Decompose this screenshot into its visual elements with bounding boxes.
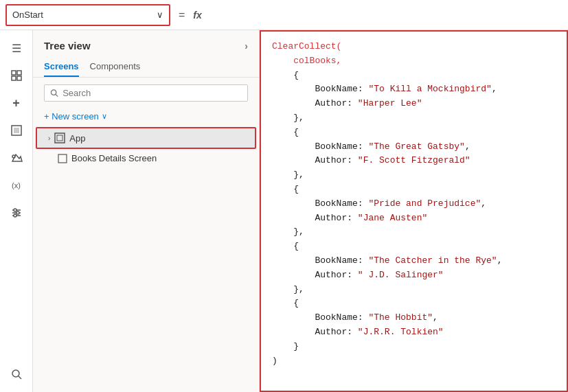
code-line: { [272, 126, 556, 140]
plus-icon[interactable]: + [4, 91, 29, 115]
svg-rect-19 [58, 154, 67, 163]
search-input[interactable] [63, 88, 242, 98]
code-line: ClearCollect( [272, 40, 556, 54]
svg-point-10 [14, 209, 16, 211]
main-layout: ☰ + (x) [0, 30, 568, 392]
app-icon [54, 132, 65, 143]
code-line: }, [272, 111, 556, 126]
svg-rect-18 [57, 135, 63, 141]
code-line: } [272, 340, 556, 354]
code-line: BookName: "The Great Gatsby", [272, 140, 556, 154]
media-icon[interactable] [4, 146, 29, 170]
svg-rect-2 [12, 76, 16, 80]
code-line: BookName: "The Hobbit", [272, 311, 556, 325]
code-line: BookName: "Pride and Prejudice", [272, 197, 556, 211]
tree-header: Tree view › [33, 30, 259, 57]
code-line: Author: "J.R.R. Tolkien" [272, 325, 556, 340]
tab-screens[interactable]: Screens [44, 57, 79, 77]
svg-rect-3 [17, 76, 21, 80]
code-line: }, [272, 168, 556, 183]
svg-rect-1 [17, 71, 21, 75]
code-line: Author: "F. Scott Fitzgerald" [272, 154, 556, 168]
hamburger-icon[interactable]: ☰ [4, 36, 29, 60]
tree-view-title: Tree view [44, 40, 91, 51]
app-label: App [69, 133, 85, 143]
svg-point-12 [14, 214, 16, 217]
code-line: { [272, 240, 556, 254]
svg-rect-5 [14, 128, 19, 133]
top-bar: OnStart ∨ = fx [0, 0, 568, 30]
screen-icon [58, 154, 67, 163]
code-line: Author: "Jane Austen" [272, 211, 556, 226]
tab-components[interactable]: Components [90, 57, 141, 77]
search-rail-icon[interactable] [4, 362, 29, 387]
settings-tuner-icon[interactable] [4, 200, 29, 225]
search-icon [50, 89, 58, 97]
code-line: { [272, 297, 556, 311]
code-line: }, [272, 283, 556, 297]
formula-dropdown-value: OnStart [12, 10, 43, 20]
variable-icon[interactable]: (x) [4, 173, 29, 198]
code-line: Author: " J.D. Salinger" [272, 268, 556, 283]
screen-label: Books Details Screen [71, 153, 157, 163]
code-line: ) [272, 354, 556, 369]
formula-dropdown[interactable]: OnStart ∨ [5, 4, 170, 26]
svg-point-13 [12, 370, 19, 377]
tree-tabs: Screens Components [33, 57, 259, 78]
svg-line-14 [19, 376, 21, 379]
fx-icon: fx [193, 10, 201, 21]
chevron-down-icon: ∨ [102, 112, 107, 121]
svg-point-15 [51, 90, 56, 95]
code-line: colBooks, [272, 54, 556, 69]
app-expand-chevron-icon: › [48, 135, 50, 142]
svg-point-11 [16, 211, 19, 214]
code-line: Author: "Harper Lee" [272, 97, 556, 111]
equals-sign: = [176, 9, 188, 21]
svg-rect-17 [55, 133, 65, 143]
icon-rail: ☰ + (x) [0, 30, 33, 392]
code-line: { [272, 69, 556, 83]
tree-panel-close-icon[interactable]: › [245, 41, 248, 51]
svg-point-6 [12, 155, 15, 158]
svg-line-16 [56, 94, 58, 96]
code-line: }, [272, 225, 556, 240]
code-line: { [272, 183, 556, 197]
chevron-down-icon: ∨ [157, 10, 163, 20]
code-panel[interactable]: ClearCollect( colBooks, { BookName: "To … [260, 30, 568, 392]
code-line: BookName: "The Catcher in the Rye", [272, 254, 556, 268]
new-screen-button[interactable]: + New screen ∨ [33, 108, 259, 124]
layers-icon[interactable] [4, 63, 29, 88]
tree-panel: Tree view › Screens Components + New scr… [33, 30, 260, 392]
tree-item-screen[interactable]: Books Details Screen [33, 149, 259, 168]
search-box [44, 84, 248, 102]
tree-item-app[interactable]: › App [36, 127, 256, 149]
code-line: BookName: "To Kill a Mockingbird", [272, 82, 556, 97]
svg-rect-0 [12, 71, 16, 75]
component-icon[interactable] [4, 118, 29, 143]
